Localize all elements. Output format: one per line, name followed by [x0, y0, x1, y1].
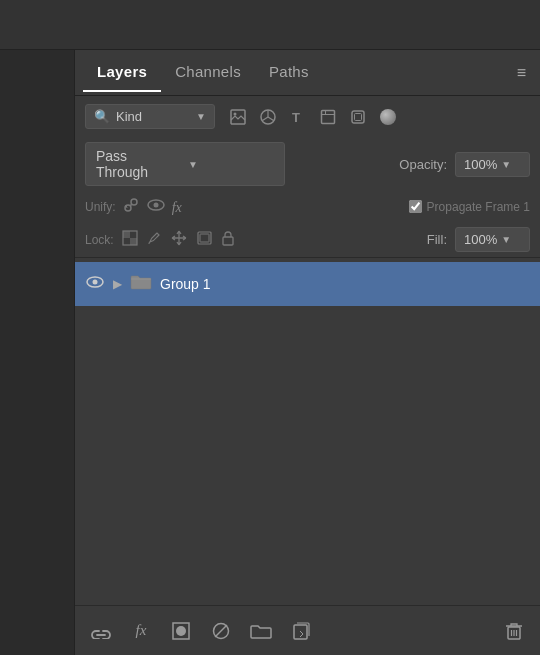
propagate-label: Propagate Frame 1 — [427, 200, 530, 214]
filter-icons: T — [227, 106, 399, 128]
svg-rect-14 — [123, 231, 130, 238]
unify-link-icon[interactable] — [122, 196, 140, 217]
opacity-arrow: ▼ — [501, 159, 511, 170]
folder-icon — [130, 273, 152, 296]
bottom-toolbar: fx — [75, 605, 540, 655]
new-group-icon[interactable] — [249, 622, 273, 640]
svg-line-25 — [215, 625, 227, 637]
fx-label: fx — [136, 622, 147, 639]
tabs-row: Layers Channels Paths ≡ — [75, 50, 540, 96]
search-icon: 🔍 — [94, 109, 110, 124]
svg-rect-5 — [352, 111, 364, 123]
tab-paths[interactable]: Paths — [255, 53, 323, 92]
propagate-checkbox[interactable] — [409, 200, 422, 213]
opacity-dropdown[interactable]: 100% ▼ — [455, 152, 530, 177]
svg-rect-6 — [355, 113, 362, 120]
tab-layers[interactable]: Layers — [83, 53, 161, 92]
opacity-value: 100% — [464, 157, 497, 172]
unify-row: Unify: fx Propagate Frame 1 — [75, 191, 540, 222]
kind-arrow-icon: ▼ — [196, 111, 206, 122]
add-style-icon[interactable]: fx — [129, 622, 153, 639]
filter-type-icon[interactable]: T — [287, 106, 309, 128]
delete-layer-icon[interactable] — [502, 622, 526, 640]
tab-channels[interactable]: Channels — [161, 53, 255, 92]
blend-mode-label: Pass Through — [96, 148, 182, 180]
left-sidebar — [0, 50, 75, 655]
unify-eye-icon[interactable] — [146, 196, 166, 217]
blend-mode-dropdown[interactable]: Pass Through ▼ — [85, 142, 285, 186]
layers-panel: Layers Channels Paths ≡ 🔍 Kind ▼ — [75, 50, 540, 655]
lock-label: Lock: — [85, 233, 114, 247]
kind-row: 🔍 Kind ▼ — [75, 96, 540, 137]
link-layers-icon[interactable] — [89, 623, 113, 639]
kind-label: Kind — [116, 109, 142, 124]
lock-image-icon[interactable] — [146, 230, 162, 249]
kind-dropdown[interactable]: 🔍 Kind ▼ — [85, 104, 215, 129]
svg-point-20 — [93, 280, 98, 285]
svg-rect-17 — [200, 234, 209, 242]
filter-shape-icon[interactable] — [317, 106, 339, 128]
svg-line-9 — [130, 204, 132, 206]
svg-rect-4 — [322, 110, 335, 123]
visibility-icon[interactable] — [85, 275, 105, 293]
svg-point-12 — [153, 203, 158, 208]
svg-point-23 — [176, 626, 186, 636]
unify-fx-icon[interactable]: fx — [172, 198, 182, 216]
svg-rect-0 — [231, 110, 245, 124]
filter-circle-icon — [377, 106, 399, 128]
layer-item[interactable]: ▶ Group 1 — [75, 262, 540, 306]
blend-row: Pass Through ▼ Opacity: 100% ▼ — [75, 137, 540, 191]
new-fill-icon[interactable] — [209, 622, 233, 640]
fill-dropdown[interactable]: 100% ▼ — [455, 227, 530, 252]
new-layer-icon[interactable] — [289, 622, 313, 640]
svg-text:T: T — [292, 110, 300, 125]
layer-list: ▶ Group 1 — [75, 258, 540, 605]
blend-mode-arrow: ▼ — [188, 159, 274, 170]
lock-artboard-icon[interactable] — [196, 230, 213, 249]
lock-row: Lock: — [75, 222, 540, 258]
lock-transparency-icon[interactable] — [122, 230, 138, 249]
svg-rect-18 — [223, 237, 233, 245]
fill-label: Fill: — [427, 232, 447, 247]
unify-label: Unify: — [85, 200, 116, 214]
filter-adjustment-icon[interactable] — [257, 106, 279, 128]
layer-name: Group 1 — [160, 276, 530, 292]
svg-rect-15 — [130, 238, 137, 245]
svg-point-1 — [234, 112, 237, 115]
propagate-frame-control: Propagate Frame 1 — [409, 200, 530, 214]
opacity-label: Opacity: — [399, 157, 447, 172]
fill-arrow: ▼ — [501, 234, 511, 245]
fill-value: 100% — [464, 232, 497, 247]
filter-smart-icon[interactable] — [347, 106, 369, 128]
lock-all-icon[interactable] — [221, 230, 235, 249]
lock-position-icon[interactable] — [170, 229, 188, 250]
filter-pixel-icon[interactable] — [227, 106, 249, 128]
panel-menu-icon[interactable]: ≡ — [511, 60, 532, 86]
expand-icon[interactable]: ▶ — [113, 277, 122, 291]
add-mask-icon[interactable] — [169, 622, 193, 640]
